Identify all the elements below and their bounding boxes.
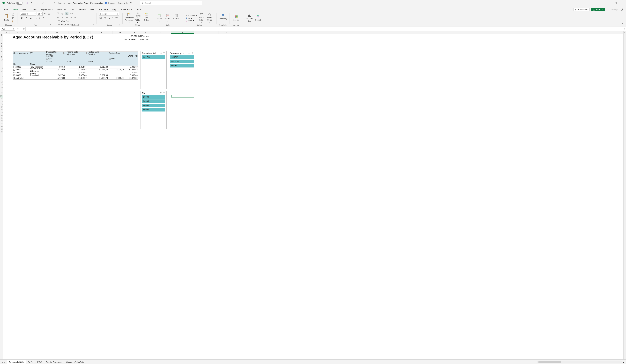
row-header[interactable]: 11 [0, 62, 3, 64]
increase-font-icon[interactable]: A▴ [43, 12, 47, 15]
fx-icon[interactable]: fx [23, 28, 24, 30]
copilot-button[interactable]: Copilot [254, 13, 262, 23]
row-header[interactable]: 12 [0, 64, 3, 67]
format-cells-button[interactable]: Format▾ [172, 13, 180, 23]
new-sheet-button[interactable]: ＋ [86, 360, 92, 364]
dialog-launcher-icon[interactable]: ⬊ [118, 24, 120, 26]
comma-style-icon[interactable]: , [108, 16, 111, 20]
tab-home[interactable]: Home [10, 7, 20, 11]
copy-icon[interactable] [11, 16, 15, 20]
posting-date-header[interactable]: Posting Date▾ [108, 52, 125, 54]
dialog-launcher-icon[interactable]: ⬊ [50, 24, 52, 26]
vertical-scrollbar[interactable]: ▴ [624, 31, 626, 360]
expand-icon[interactable]: + [67, 61, 68, 62]
collapse-icon[interactable]: − [13, 75, 15, 76]
font-color-icon[interactable]: A▾ [43, 16, 46, 20]
autosave-toggle[interactable]: AutoSave Off [7, 2, 23, 4]
row-header[interactable]: 14 [0, 70, 3, 73]
collapse-ribbon-icon[interactable] [621, 22, 624, 27]
filter-dropdown-icon[interactable]: ▾ [43, 63, 45, 65]
share-button[interactable]: Share [591, 8, 605, 11]
slicer-no[interactable]: No. 20000300004000050000 [141, 91, 167, 129]
col-K[interactable]: K [171, 31, 194, 34]
col-H[interactable]: H [128, 31, 141, 34]
row-header[interactable]: 34 [0, 125, 3, 128]
align-middle-icon[interactable] [61, 12, 64, 15]
table-row[interactable]: −40000Alpine Ski House4.316,924.316,92 [13, 71, 138, 74]
col-L[interactable]: L [194, 31, 218, 34]
col-E[interactable]: E [69, 31, 90, 34]
row-header[interactable]: 17 [0, 78, 3, 81]
sheet-nav-prev-icon[interactable]: ◂ [2, 361, 2, 363]
tab-data[interactable]: Data [68, 7, 76, 11]
align-bottom-icon[interactable] [65, 12, 69, 15]
tab-file[interactable]: File [2, 7, 10, 11]
orientation-icon[interactable]: ▾ [69, 12, 73, 15]
col-C[interactable]: C [26, 31, 46, 34]
sensitivity-button[interactable]: Sensitivity▾ [219, 13, 227, 23]
row-header[interactable]: 27 [0, 106, 3, 109]
save-icon[interactable] [25, 1, 28, 5]
col-J[interactable]: J [150, 31, 171, 34]
filter-dropdown-icon[interactable]: ▾ [63, 52, 65, 54]
tab-formulas[interactable]: Formulas [55, 7, 68, 11]
bold-icon[interactable]: B [20, 16, 24, 20]
row-header[interactable]: 4 [0, 42, 3, 45]
collapse-icon[interactable]: − [46, 55, 48, 57]
col-G[interactable]: G [113, 31, 128, 34]
row-header[interactable]: 6 [0, 48, 3, 50]
horizontal-scrollbar[interactable] [537, 361, 622, 363]
tab-automate[interactable]: Automate [97, 7, 110, 11]
row-header[interactable]: 26 [0, 103, 3, 106]
row-header[interactable]: 35 [0, 128, 3, 131]
filter-dropdown-icon[interactable]: ▾ [121, 52, 123, 54]
autosave-pill[interactable]: Off [16, 2, 23, 4]
slicer-item[interactable]: SMALL [170, 64, 194, 68]
sheet-tab-due-by-currencies[interactable]: Due by Currencies [44, 360, 64, 364]
slicer-item[interactable]: 30000 [142, 99, 165, 103]
posting-quarter-header[interactable]: Posting Date (Quarter)▾ [66, 52, 87, 54]
expand-icon[interactable]: + [46, 61, 48, 62]
tab-review[interactable]: Review [77, 7, 88, 11]
row-header[interactable]: 1 [0, 34, 3, 37]
row-header[interactable]: 23 [0, 95, 3, 98]
number-format-select[interactable]: General▾ [99, 12, 119, 16]
row-header[interactable]: 24 [0, 98, 3, 100]
percent-icon[interactable]: % [104, 16, 107, 20]
multiselect-icon[interactable] [159, 52, 162, 54]
conditional-formatting-button[interactable]: ConditionalFormatting▾ [125, 13, 133, 23]
align-top-icon[interactable] [56, 12, 60, 15]
comments-button[interactable]: Comments [573, 8, 590, 11]
posting-month-header[interactable]: Posting Date (Month)▾ [87, 52, 108, 54]
name-header[interactable]: Name▾ [30, 63, 46, 66]
hscroll-left-icon[interactable]: ◂ [534, 361, 535, 363]
collapse-icon[interactable]: − [13, 72, 15, 73]
fill-button[interactable]: Fill ▾ [186, 17, 197, 19]
filter-dropdown-icon[interactable]: ▾ [106, 52, 108, 54]
analyze-data-button[interactable]: AnalyzeData [245, 13, 253, 23]
slicer-item[interactable]: LARGE [170, 55, 194, 59]
cell-styles-button[interactable]: CellStyles▾ [142, 13, 150, 23]
no-header[interactable]: No.▾ [13, 63, 30, 66]
redo-icon[interactable] [41, 1, 45, 5]
collapse-icon[interactable]: − [13, 69, 15, 71]
sensitivity-saved[interactable]: General • Saved to this PC [105, 2, 135, 4]
row-header[interactable]: 15 [0, 73, 3, 76]
share-dropdown-icon[interactable] [602, 9, 603, 10]
format-as-table-button[interactable]: Format asTable▾ [134, 13, 142, 23]
row-header[interactable]: 29 [0, 112, 3, 114]
row-header[interactable]: 9 [0, 56, 3, 59]
dialog-launcher-icon[interactable]: ⬊ [93, 24, 95, 26]
clear-button[interactable]: Clear ▾ [186, 20, 197, 22]
maximize-icon[interactable] [614, 1, 618, 5]
slicer-item[interactable]: MEDIUM [170, 60, 194, 63]
multiselect-icon[interactable] [159, 92, 162, 94]
close-icon[interactable] [621, 1, 624, 5]
find-select-button[interactable]: Find &Select▾ [206, 13, 214, 23]
filter-dropdown-icon[interactable]: ▾ [27, 63, 29, 65]
autosum-button[interactable]: ∑AutoSum ▾ [186, 14, 197, 17]
row-header[interactable]: 33 [0, 122, 3, 125]
row-header[interactable]: 25 [0, 100, 3, 103]
col-F[interactable]: F [90, 31, 113, 34]
increase-decimal-icon[interactable]: .0→.00 [112, 16, 116, 20]
